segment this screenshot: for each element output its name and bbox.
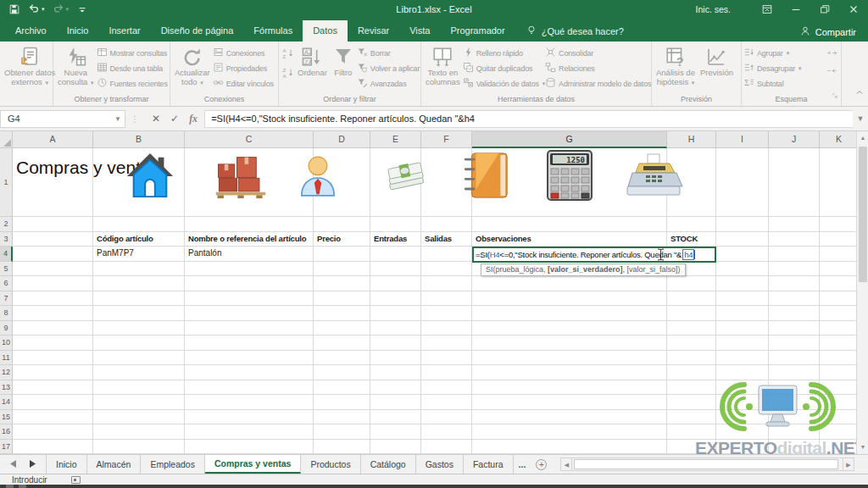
ribbon-button-conexiones[interactable]: Conexiones bbox=[213, 47, 274, 59]
tab-inicio[interactable]: Inicio bbox=[57, 20, 99, 42]
row-header-6[interactable]: 6 bbox=[0, 276, 13, 291]
cell-edit-box-G4[interactable]: =SI(H4<=0,"Stock insuficiente. Reponer a… bbox=[472, 247, 716, 263]
ribbon-button-editar-vinculos[interactable]: Editar vínculos bbox=[213, 77, 274, 90]
close-icon[interactable] bbox=[839, 0, 868, 19]
share-button[interactable]: Compartir bbox=[799, 25, 856, 39]
ribbon-button-show-detail[interactable]: + bbox=[826, 47, 837, 62]
row-header-5[interactable]: 5 bbox=[0, 262, 13, 277]
ribbon-button-avanzadas[interactable]: Avanzadas bbox=[357, 77, 420, 90]
tab-diseno-de-pagina[interactable]: Diseño de página bbox=[151, 20, 244, 42]
ribbon-button-relleno-rapido[interactable]: Relleno rápido bbox=[463, 47, 545, 59]
tab-datos[interactable]: Datos bbox=[303, 20, 348, 42]
tab-revisar[interactable]: Revisar bbox=[348, 20, 399, 42]
cell-G3[interactable]: Observaciones bbox=[473, 232, 668, 247]
sheet-tab-catalogo[interactable]: Catálogo bbox=[361, 455, 416, 474]
spreadsheet-grid[interactable]: ABCDEFGHIJK1234567891011121314151617Comp… bbox=[0, 131, 868, 454]
employee-image[interactable] bbox=[297, 152, 339, 202]
cell-B3[interactable]: Código artículo bbox=[94, 232, 186, 247]
sheet-tab-productos[interactable]: Productos bbox=[301, 455, 360, 474]
ribbon-button-sort-za[interactable]: ZA bbox=[282, 67, 294, 82]
row-header-9[interactable]: 9 bbox=[0, 321, 13, 336]
ribbon-button-obtener-datos-externos[interactable]: Obtener datosexternos ▾ bbox=[2, 44, 58, 88]
select-all-corner[interactable] bbox=[0, 131, 13, 148]
expand-formula-bar-icon[interactable]: ▼ bbox=[853, 114, 868, 123]
column-header-H[interactable]: H bbox=[667, 131, 716, 148]
ribbon-button-fuentes-recientes[interactable]: Fuentes recientes bbox=[97, 77, 168, 90]
row-header-10[interactable]: 10 bbox=[0, 336, 13, 351]
ribbon-display-options-icon[interactable] bbox=[753, 0, 782, 19]
ribbon-button-agrupar[interactable]: Agrupar▾ bbox=[743, 47, 801, 59]
row-header-13[interactable]: 13 bbox=[0, 380, 13, 396]
cell-E3[interactable]: Entradas bbox=[371, 232, 422, 247]
redo-icon[interactable]: ▾ bbox=[53, 3, 70, 16]
vscroll-thumb[interactable] bbox=[859, 147, 867, 282]
save-icon[interactable] bbox=[8, 3, 20, 15]
tell-me-box[interactable]: ¿Qué desea hacer? bbox=[515, 20, 634, 42]
customize-qat-icon[interactable] bbox=[76, 3, 88, 15]
ribbon-button-validacion-de-datos[interactable]: Validación de datos▾ bbox=[463, 77, 545, 90]
ribbon-button-propiedades[interactable]: Propiedades bbox=[213, 62, 274, 75]
cell-C4[interactable]: Pantalón bbox=[186, 247, 314, 262]
collapse-ribbon-icon[interactable] bbox=[854, 86, 865, 101]
column-header-E[interactable]: E bbox=[370, 131, 421, 148]
dialog-launcher-icon[interactable] bbox=[832, 88, 839, 103]
ribbon-button-texto-en-columnas[interactable]: Texto encolumnas bbox=[423, 44, 463, 87]
sheet-tab-almacen[interactable]: Almacén bbox=[87, 455, 142, 474]
sign-in-link[interactable]: Inic. ses. bbox=[696, 4, 731, 14]
ribbon-button-subtotal[interactable]: ΣSubtotal bbox=[743, 77, 801, 90]
sheet-tab-factura[interactable]: Factura bbox=[464, 455, 514, 474]
cell-H3[interactable]: STOCK bbox=[668, 232, 717, 247]
formula-input[interactable]: =SI(H4<=0,"Stock insuficiente. Reponer a… bbox=[204, 110, 853, 128]
name-box-arrow-icon[interactable]: ▼ bbox=[114, 115, 121, 123]
cash-register-image[interactable] bbox=[622, 153, 687, 202]
cell-A1[interactable]: Compras y ventas bbox=[14, 148, 114, 217]
cancel-entry-icon[interactable]: ✕ bbox=[152, 113, 160, 125]
tab-insertar[interactable]: Insertar bbox=[98, 20, 150, 42]
cell-F3[interactable]: Salidas bbox=[422, 232, 473, 247]
name-box[interactable]: G4▼ bbox=[0, 110, 125, 128]
column-header-A[interactable]: A bbox=[13, 131, 93, 148]
sheet-tab-inicio[interactable]: Inicio bbox=[47, 455, 87, 474]
row-header-8[interactable]: 8 bbox=[0, 306, 13, 321]
ribbon-button-ordenar[interactable]: AZZAOrdenar bbox=[295, 44, 330, 87]
sheet-tab-compras-y-ventas[interactable]: Compras y ventas bbox=[205, 455, 301, 474]
ribbon-button-desagrupar[interactable]: Desagrupar▾ bbox=[743, 62, 801, 75]
cell-B4[interactable]: PanM7P7 bbox=[94, 247, 186, 262]
restore-icon[interactable] bbox=[810, 0, 839, 19]
sheet-tab-empleados[interactable]: Empleados bbox=[141, 455, 205, 474]
money-image[interactable] bbox=[387, 162, 426, 197]
row-header-17[interactable]: 17 bbox=[0, 440, 13, 455]
tab-programador[interactable]: Programador bbox=[440, 20, 515, 42]
house-image[interactable] bbox=[125, 151, 175, 203]
ribbon-button-sort-az[interactable]: AZ bbox=[282, 47, 294, 63]
ribbon-button-mostrar-consultas[interactable]: Mostrar consultas bbox=[97, 47, 168, 59]
hscroll-thumb[interactable] bbox=[574, 459, 838, 469]
insert-function-icon[interactable]: fx bbox=[189, 113, 198, 125]
column-header-J[interactable]: J bbox=[769, 131, 820, 148]
ribbon-button-volver-a-aplicar[interactable]: Volver a aplicar bbox=[357, 62, 420, 75]
column-header-D[interactable]: D bbox=[314, 131, 370, 148]
ribbon-button-desde-una-tabla[interactable]: Desde una tabla bbox=[97, 62, 168, 75]
sheet-nav-right-icon[interactable] bbox=[29, 459, 36, 469]
vertical-scrollbar[interactable]: ▲▼ bbox=[856, 131, 868, 454]
macro-record-icon[interactable] bbox=[71, 476, 81, 484]
tab-vista[interactable]: Vista bbox=[399, 20, 440, 42]
ribbon-button-quitar-duplicados[interactable]: Quitar duplicados bbox=[463, 62, 545, 75]
undo-icon[interactable]: ▾ bbox=[28, 3, 45, 16]
row-header-3[interactable]: 3 bbox=[0, 232, 13, 247]
ribbon-button-consolidar[interactable]: Consolidar bbox=[545, 47, 651, 59]
cell-D3[interactable]: Precio bbox=[314, 232, 371, 247]
vscroll-up-icon[interactable]: ▲ bbox=[857, 131, 868, 145]
tab-formulas[interactable]: Fórmulas bbox=[243, 20, 303, 42]
sheet-tab-overflow[interactable]: ... bbox=[514, 455, 531, 474]
column-header-C[interactable]: C bbox=[185, 131, 314, 148]
row-header-11[interactable]: 11 bbox=[0, 351, 13, 366]
sheet-nav-left-icon[interactable] bbox=[10, 459, 17, 469]
hscroll-left-icon[interactable]: ◀ bbox=[561, 458, 572, 470]
ribbon-button-borrar[interactable]: Borrar bbox=[357, 47, 420, 59]
ribbon-button-administrar-modelo-de-datos[interactable]: Administrar modelo de datos bbox=[545, 77, 651, 90]
vscroll-down-icon[interactable]: ▼ bbox=[857, 441, 868, 454]
column-header-B[interactable]: B bbox=[93, 131, 185, 148]
minimize-icon[interactable] bbox=[782, 0, 810, 19]
ribbon-button-hide-detail[interactable]: − bbox=[826, 64, 837, 80]
